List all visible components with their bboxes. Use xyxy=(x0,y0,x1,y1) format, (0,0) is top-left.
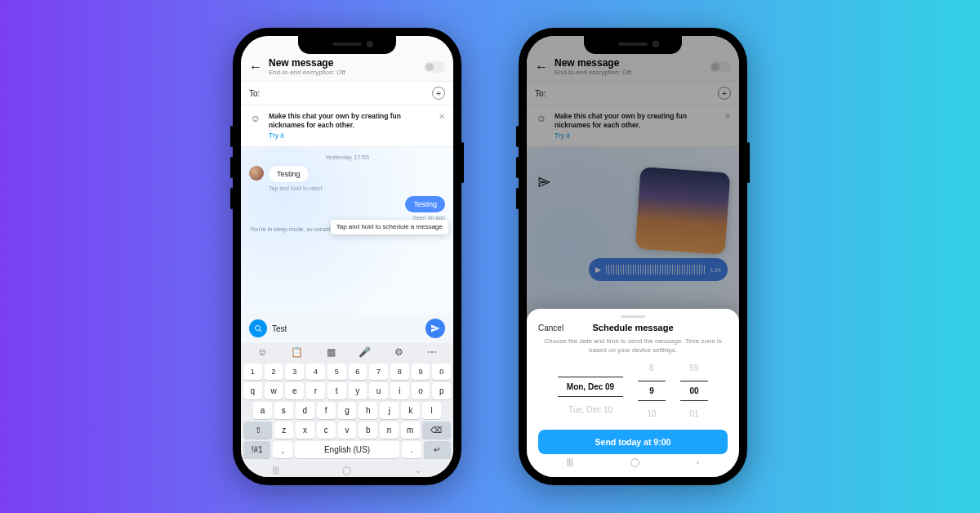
screen-right: ← New message End-to-end encryption: Off… xyxy=(527,36,739,477)
send-button[interactable] xyxy=(425,319,445,338)
timestamp: Yesterday 17:55 xyxy=(249,154,445,161)
settings-icon[interactable]: ⚙ xyxy=(394,346,403,358)
chat-header: ← New message End-to-end encryption: Off xyxy=(241,54,453,82)
home-icon[interactable]: ◯ xyxy=(630,457,639,466)
space-key[interactable]: English (US) xyxy=(295,441,400,458)
send-scheduled-button[interactable]: Send today at 9:00 xyxy=(538,430,728,454)
hour-selected[interactable]: 9 xyxy=(638,381,666,401)
try-it-link[interactable]: Try it xyxy=(269,132,284,140)
key-b[interactable]: b xyxy=(359,422,377,439)
message-input[interactable] xyxy=(272,324,421,333)
key-g[interactable]: g xyxy=(338,402,357,419)
key-1[interactable]: 1 xyxy=(243,364,262,380)
date-selected[interactable]: Mon, Dec 09 xyxy=(558,377,623,397)
enter-key[interactable]: ↵ xyxy=(424,441,451,458)
symbols-key[interactable]: !#1 xyxy=(243,441,270,458)
key-l[interactable]: l xyxy=(422,402,441,419)
key-row-bottom: !#1 , English (US) . ↵ xyxy=(243,441,451,458)
mic-icon[interactable]: 🎤 xyxy=(359,346,371,358)
key-4[interactable]: 4 xyxy=(306,364,325,380)
key-d[interactable]: d xyxy=(296,402,314,419)
phone-right: ← New message End-to-end encryption: Off… xyxy=(519,28,747,485)
key-y[interactable]: y xyxy=(349,382,368,399)
key-f[interactable]: f xyxy=(317,402,336,419)
key-q[interactable]: q xyxy=(243,382,262,399)
banner-text: Make this chat your own by creating fun … xyxy=(269,112,432,130)
svg-line-1 xyxy=(260,330,262,332)
avatar[interactable] xyxy=(249,166,264,181)
react-hint: Tap and hold to react xyxy=(269,185,445,191)
clipboard-icon[interactable]: 📋 xyxy=(291,346,303,358)
key-t[interactable]: t xyxy=(327,382,346,399)
emoji-icon[interactable]: ☺ xyxy=(257,346,267,358)
person-icon: ☺ xyxy=(249,112,262,125)
camera-icon[interactable] xyxy=(249,319,267,337)
key-s[interactable]: s xyxy=(274,402,293,419)
incoming-message[interactable]: Testing xyxy=(249,166,445,182)
key-p[interactable]: p xyxy=(432,382,451,399)
key-x[interactable]: x xyxy=(296,422,314,439)
sheet-description: Choose the date and time to send the mes… xyxy=(538,337,728,355)
chat-area: Yesterday 17:55 Testing Tap and hold to … xyxy=(241,147,453,314)
back-icon[interactable]: ← xyxy=(249,60,262,74)
key-h[interactable]: h xyxy=(359,402,377,419)
sleep-notice: You're in sleep mode, so consider closin… xyxy=(249,225,445,233)
date-column[interactable]: Mon, Dec 09 Tue, Dec 10 xyxy=(558,368,623,414)
key-3[interactable]: 3 xyxy=(285,364,304,380)
key-row-3-letters: zxcvbnm xyxy=(274,422,419,439)
key-9[interactable]: 9 xyxy=(412,364,430,380)
key-7[interactable]: 7 xyxy=(369,364,388,380)
key-n[interactable]: n xyxy=(380,422,399,439)
key-c[interactable]: c xyxy=(317,422,336,439)
key-r[interactable]: r xyxy=(306,382,325,399)
key-row-1: qwertyuiop xyxy=(243,382,451,399)
recents-icon[interactable]: ||| xyxy=(273,466,279,475)
minute-selected[interactable]: 00 xyxy=(680,381,708,401)
key-6[interactable]: 6 xyxy=(349,364,368,380)
comma-key[interactable]: , xyxy=(273,441,292,458)
key-e[interactable]: e xyxy=(285,382,304,399)
datetime-picker[interactable]: Mon, Dec 09 Tue, Dec 10 8 9 10 59 00 01 xyxy=(538,364,728,418)
key-v[interactable]: v xyxy=(338,422,357,439)
key-w[interactable]: w xyxy=(265,382,283,399)
outgoing-bubble[interactable]: Testing xyxy=(405,196,445,212)
screen-left: ← New message End-to-end encryption: Off… xyxy=(241,36,453,477)
key-a[interactable]: a xyxy=(253,402,272,419)
minute-column[interactable]: 59 00 01 xyxy=(680,364,708,418)
key-o[interactable]: o xyxy=(412,382,430,399)
nickname-banner: ☺ Make this chat your own by creating fu… xyxy=(241,105,453,147)
back-nav-icon[interactable]: ⌄ xyxy=(415,466,421,475)
more-icon[interactable]: ⋯ xyxy=(427,346,437,358)
key-2[interactable]: 2 xyxy=(265,364,283,380)
header-title: New message xyxy=(269,57,345,69)
schedule-tooltip: Tap and hold to schedule a message xyxy=(331,220,448,234)
android-navbar: ||| ◯ ⌄ xyxy=(241,462,453,477)
key-5[interactable]: 5 xyxy=(327,364,346,380)
shift-key[interactable]: ⇧ xyxy=(243,422,272,439)
key-0[interactable]: 0 xyxy=(432,364,451,380)
back-nav-icon[interactable]: ‹ xyxy=(697,457,699,466)
key-j[interactable]: j xyxy=(380,402,399,419)
period-key[interactable]: . xyxy=(402,441,421,458)
recents-icon[interactable]: ||| xyxy=(567,457,573,466)
schedule-sheet: Cancel Schedule message Choose the date … xyxy=(527,309,739,477)
gif-icon[interactable]: ▦ xyxy=(327,346,336,358)
message-composer xyxy=(241,314,453,343)
add-recipient-icon[interactable]: + xyxy=(432,87,445,100)
home-icon[interactable]: ◯ xyxy=(342,466,351,475)
key-8[interactable]: 8 xyxy=(390,364,409,380)
encryption-toggle[interactable] xyxy=(424,61,445,73)
close-icon[interactable]: ✕ xyxy=(439,112,445,121)
backspace-key[interactable]: ⌫ xyxy=(422,422,451,439)
key-i[interactable]: i xyxy=(390,382,409,399)
cancel-button[interactable]: Cancel xyxy=(538,323,564,332)
header-subtitle: End-to-end encryption: Off xyxy=(269,69,345,76)
key-z[interactable]: z xyxy=(274,422,293,439)
hour-column[interactable]: 8 9 10 xyxy=(638,364,666,418)
key-u[interactable]: u xyxy=(369,382,388,399)
key-k[interactable]: k xyxy=(401,402,420,419)
to-row[interactable]: To: + xyxy=(241,82,453,105)
notch xyxy=(584,36,682,54)
sheet-grabber[interactable] xyxy=(621,315,645,318)
key-m[interactable]: m xyxy=(401,422,420,439)
